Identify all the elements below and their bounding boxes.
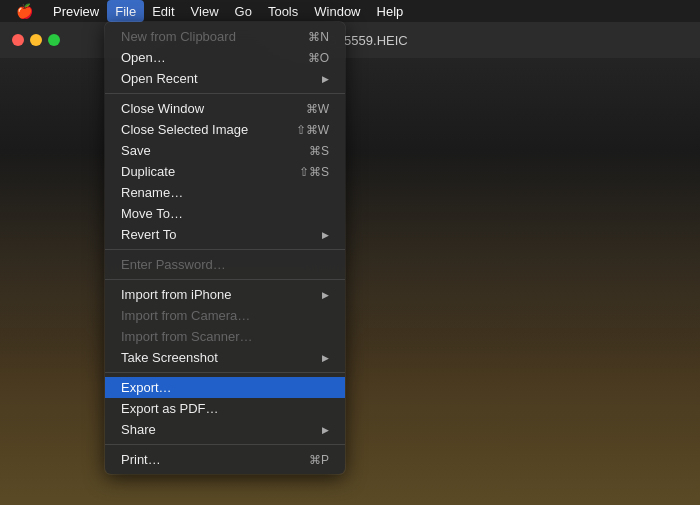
menu-item-shortcut: ⌘W: [306, 102, 329, 116]
menu-item-close-selected[interactable]: Close Selected Image ⇧⌘W: [105, 119, 345, 140]
menu-item-label: Revert To: [121, 227, 176, 242]
menu-item-label: Import from Camera…: [121, 308, 250, 323]
menu-separator: [105, 93, 345, 94]
tools-menu[interactable]: Tools: [260, 0, 306, 22]
menu-item-shortcut: ⌘S: [309, 144, 329, 158]
menu-item-label: Rename…: [121, 185, 183, 200]
menu-item-import-camera[interactable]: Import from Camera…: [105, 305, 345, 326]
menu-item-print[interactable]: Print… ⌘P: [105, 449, 345, 470]
menu-item-label: Export…: [121, 380, 172, 395]
menu-item-shortcut: ⇧⌘S: [299, 165, 329, 179]
menu-item-export-pdf[interactable]: Export as PDF…: [105, 398, 345, 419]
menu-item-label: Take Screenshot: [121, 350, 218, 365]
menu-item-label: Open…: [121, 50, 166, 65]
fullscreen-button[interactable]: [48, 34, 60, 46]
menu-item-shortcut: ⇧⌘W: [296, 123, 329, 137]
menu-item-new-from-clipboard[interactable]: New from Clipboard ⌘N: [105, 26, 345, 47]
menu-item-label: Enter Password…: [121, 257, 226, 272]
menu-separator: [105, 279, 345, 280]
preview-menu[interactable]: Preview: [45, 0, 107, 22]
menu-item-label: Close Selected Image: [121, 122, 248, 137]
window-menu[interactable]: Window: [306, 0, 368, 22]
menu-item-label: Save: [121, 143, 151, 158]
menu-item-shortcut: ⌘P: [309, 453, 329, 467]
menu-separator: [105, 249, 345, 250]
menu-item-duplicate[interactable]: Duplicate ⇧⌘S: [105, 161, 345, 182]
menu-item-label: Share: [121, 422, 156, 437]
menu-item-open[interactable]: Open… ⌘O: [105, 47, 345, 68]
apple-menu[interactable]: 🍎: [8, 0, 45, 22]
menu-separator: [105, 444, 345, 445]
menu-item-share[interactable]: Share: [105, 419, 345, 440]
menu-item-label: Export as PDF…: [121, 401, 219, 416]
menu-item-label: Open Recent: [121, 71, 198, 86]
menu-item-rename[interactable]: Rename…: [105, 182, 345, 203]
file-dropdown-menu: New from Clipboard ⌘N Open… ⌘O Open Rece…: [105, 22, 345, 474]
help-menu[interactable]: Help: [369, 0, 412, 22]
menu-item-label: Import from iPhone: [121, 287, 232, 302]
minimize-button[interactable]: [30, 34, 42, 46]
menu-item-take-screenshot[interactable]: Take Screenshot: [105, 347, 345, 368]
menu-item-label: Move To…: [121, 206, 183, 221]
menu-item-shortcut: ⌘O: [308, 51, 329, 65]
menu-item-open-recent[interactable]: Open Recent: [105, 68, 345, 89]
menu-item-label: New from Clipboard: [121, 29, 236, 44]
menu-item-label: Import from Scanner…: [121, 329, 253, 344]
menu-item-save[interactable]: Save ⌘S: [105, 140, 345, 161]
traffic-lights: [12, 34, 60, 46]
menu-item-close-window[interactable]: Close Window ⌘W: [105, 98, 345, 119]
apple-icon: 🍎: [16, 3, 33, 19]
close-button[interactable]: [12, 34, 24, 46]
menu-item-export[interactable]: Export…: [105, 377, 345, 398]
menu-item-move-to[interactable]: Move To…: [105, 203, 345, 224]
go-menu[interactable]: Go: [227, 0, 260, 22]
menu-item-shortcut: ⌘N: [308, 30, 329, 44]
menu-item-label: Print…: [121, 452, 161, 467]
menu-item-import-iphone[interactable]: Import from iPhone: [105, 284, 345, 305]
menu-item-label: Close Window: [121, 101, 204, 116]
menubar: 🍎 Preview File Edit View Go Tools Window…: [0, 0, 700, 22]
menu-item-enter-password[interactable]: Enter Password…: [105, 254, 345, 275]
edit-menu[interactable]: Edit: [144, 0, 182, 22]
menu-separator: [105, 372, 345, 373]
view-menu[interactable]: View: [183, 0, 227, 22]
menu-item-revert-to[interactable]: Revert To: [105, 224, 345, 245]
menu-item-label: Duplicate: [121, 164, 175, 179]
file-menu[interactable]: File: [107, 0, 144, 22]
menu-item-import-scanner[interactable]: Import from Scanner…: [105, 326, 345, 347]
